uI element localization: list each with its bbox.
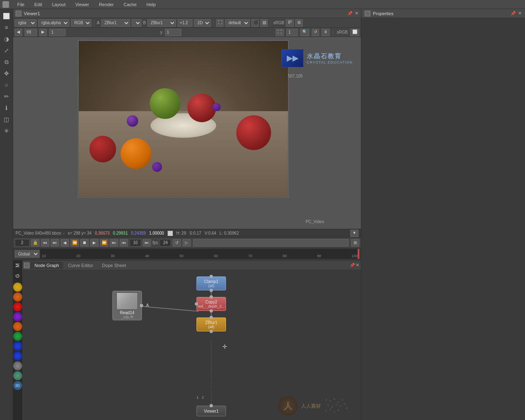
play-btn[interactable]: ▶ bbox=[90, 239, 98, 247]
refresh-btn[interactable]: ↺ bbox=[312, 29, 319, 36]
loop-btn[interactable]: ↺ bbox=[173, 239, 181, 247]
node-b-select[interactable]: ZBlur1 bbox=[147, 19, 176, 27]
icon-gray[interactable] bbox=[13, 361, 22, 370]
channel-rgba-select[interactable]: rgba rgb alpha bbox=[15, 19, 37, 27]
lut-icon2[interactable]: ▧ bbox=[260, 19, 268, 27]
prev-marker-btn[interactable]: ⏮ bbox=[120, 239, 128, 247]
play-audio-btn[interactable]: ▷ bbox=[183, 239, 191, 247]
move-icon[interactable]: ✥ bbox=[1, 68, 12, 79]
ruler-area[interactable]: 10 20 30 40 50 60 70 80 90 100 bbox=[40, 249, 359, 259]
icon-blue-2[interactable] bbox=[13, 352, 22, 361]
step-fwd-btn[interactable]: ⏩ bbox=[100, 239, 108, 247]
goto-start-btn[interactable]: ⏮ bbox=[41, 239, 49, 247]
svg-point-14 bbox=[331, 406, 333, 408]
svg-point-20 bbox=[333, 411, 335, 413]
node-read14[interactable]: Read14 _sdp.iff A bbox=[112, 291, 142, 320]
node-viewer1[interactable]: Viewer1 bbox=[196, 406, 226, 416]
step-back-btn[interactable]: ⏪ bbox=[71, 239, 79, 247]
channel-rgb-select[interactable]: RGB bbox=[71, 19, 91, 27]
prev-keyframe-btn[interactable]: ⏭ bbox=[51, 239, 59, 247]
view-mode-select[interactable]: 2D 3D bbox=[194, 19, 211, 27]
fps-input[interactable] bbox=[160, 239, 171, 247]
node-copy2[interactable]: Copy2 red_·_depth_Z... bbox=[196, 297, 226, 311]
zoom-input[interactable] bbox=[286, 29, 298, 36]
viewer-icon[interactable]: ⬜ bbox=[1, 11, 12, 21]
viewer-pin-btn[interactable]: 📌 bbox=[347, 11, 352, 16]
icon-yellow[interactable] bbox=[13, 283, 22, 292]
node-a-sub-select[interactable]: - bbox=[132, 19, 142, 27]
context-select[interactable]: Global bbox=[15, 250, 39, 258]
tab-curve-editor[interactable]: Curve Editor bbox=[64, 262, 97, 269]
menu-cache[interactable]: Cache bbox=[122, 1, 138, 8]
play-back-btn[interactable]: ◀ bbox=[61, 239, 69, 247]
icon-green[interactable] bbox=[13, 332, 22, 341]
properties-close-btn[interactable]: ✕ bbox=[518, 11, 522, 16]
frame-input[interactable] bbox=[49, 29, 66, 36]
wipe-btn[interactable]: ⬜ bbox=[350, 29, 359, 36]
menu-layout[interactable]: Layout bbox=[50, 1, 67, 8]
next-marker-btn[interactable]: ⏭ bbox=[143, 239, 151, 247]
read14-sublabel: _sdp.iff bbox=[121, 315, 133, 319]
icon-3d[interactable]: 3D bbox=[13, 381, 22, 390]
watermark-circle: 人 bbox=[278, 396, 298, 416]
extra-btn[interactable]: ⊞ bbox=[295, 19, 303, 27]
zoom-icon[interactable]: 🔍 bbox=[300, 29, 309, 36]
properties-pin-btn[interactable]: 📌 bbox=[511, 11, 516, 16]
timeline-progress[interactable] bbox=[193, 239, 349, 247]
properties-title-bar: Properties 📌 ✕ bbox=[361, 9, 525, 18]
icon-photo[interactable] bbox=[13, 371, 22, 380]
icon-red[interactable] bbox=[13, 302, 22, 311]
lut-select[interactable]: default bbox=[225, 19, 250, 27]
panel-pin-btn[interactable]: 📌 bbox=[350, 263, 355, 267]
gain-input[interactable] bbox=[178, 19, 192, 27]
y-coord-input[interactable] bbox=[165, 29, 181, 36]
next-frame-btn[interactable]: ▶ bbox=[39, 29, 47, 36]
layers-icon[interactable]: ⧉ bbox=[1, 57, 12, 67]
fullscreen-btn[interactable]: ⛶ bbox=[216, 19, 224, 27]
status-arrow[interactable]: ▼ bbox=[350, 230, 358, 237]
node-clamp1[interactable]: Clamp1 (all) bbox=[196, 276, 226, 290]
timeline-end-btn[interactable]: ⊞ bbox=[351, 239, 359, 247]
icon-purple[interactable] bbox=[13, 312, 22, 321]
circle-outline-icon[interactable]: ○ bbox=[1, 80, 12, 90]
stop-btn[interactable]: ⏹ bbox=[80, 239, 89, 247]
tab-dope-sheet[interactable]: Dope Sheet bbox=[98, 262, 130, 269]
paint-icon[interactable]: ✏ bbox=[1, 91, 12, 102]
next-keyframe-btn[interactable]: ⏭ bbox=[110, 239, 118, 247]
read14-thumbnail bbox=[116, 292, 138, 310]
transform-icon[interactable]: ⤢ bbox=[1, 45, 12, 56]
icon-orange-2[interactable] bbox=[13, 322, 22, 331]
node-a-select[interactable]: ZBlur1 bbox=[101, 19, 130, 27]
tab-node-graph[interactable]: Node Graph bbox=[30, 262, 63, 269]
snowflake-icon[interactable]: ✳ bbox=[1, 126, 12, 136]
node-zblur1[interactable]: ZBlur1 (all) bbox=[196, 317, 226, 331]
node-canvas[interactable]: Read14 _sdp.iff A Clamp1 (all) bbox=[22, 270, 361, 420]
m-label[interactable]: M bbox=[14, 260, 21, 271]
icon-blue-1[interactable] bbox=[13, 342, 22, 351]
step-input[interactable] bbox=[130, 239, 141, 247]
icon-orange-1[interactable] bbox=[13, 292, 22, 301]
menu-viewer[interactable]: Viewer bbox=[74, 1, 91, 8]
mask-icon[interactable]: ◫ bbox=[1, 114, 12, 125]
menu-file[interactable]: File bbox=[16, 1, 26, 8]
zblur1-sublabel: (all) bbox=[208, 325, 215, 329]
info-icon[interactable]: ℹ bbox=[1, 103, 12, 113]
viewer-canvas-area: PC_Video ▶▶ 水晶石教育 CRYSTAL EDUCATION 507,… bbox=[13, 37, 361, 229]
exposure-input[interactable] bbox=[25, 29, 37, 36]
lut-icon1[interactable]: ⬛ bbox=[251, 19, 259, 27]
fit-btn[interactable]: ⛶ bbox=[276, 29, 284, 36]
menu-edit[interactable]: Edit bbox=[33, 1, 44, 8]
pie-icon[interactable]: ◑ bbox=[1, 34, 12, 44]
g-label[interactable]: G bbox=[14, 271, 21, 281]
frame-number-input[interactable] bbox=[15, 239, 30, 247]
channel-alpha-select[interactable]: rgba.alpha bbox=[38, 19, 69, 27]
viewer-close-btn[interactable]: ✕ bbox=[355, 11, 358, 16]
pause-btn[interactable]: ⏸ bbox=[322, 29, 330, 36]
prev-frame-btn[interactable]: ◀ bbox=[15, 29, 22, 36]
menu-icon[interactable]: ≡ bbox=[1, 22, 12, 33]
menu-help[interactable]: Help bbox=[145, 1, 158, 8]
panel-close-btn[interactable]: ✕ bbox=[356, 262, 359, 268]
ip-btn[interactable]: IP bbox=[286, 19, 294, 27]
menu-render[interactable]: Render bbox=[97, 1, 115, 8]
lock-btn[interactable]: 🔒 bbox=[31, 239, 39, 247]
